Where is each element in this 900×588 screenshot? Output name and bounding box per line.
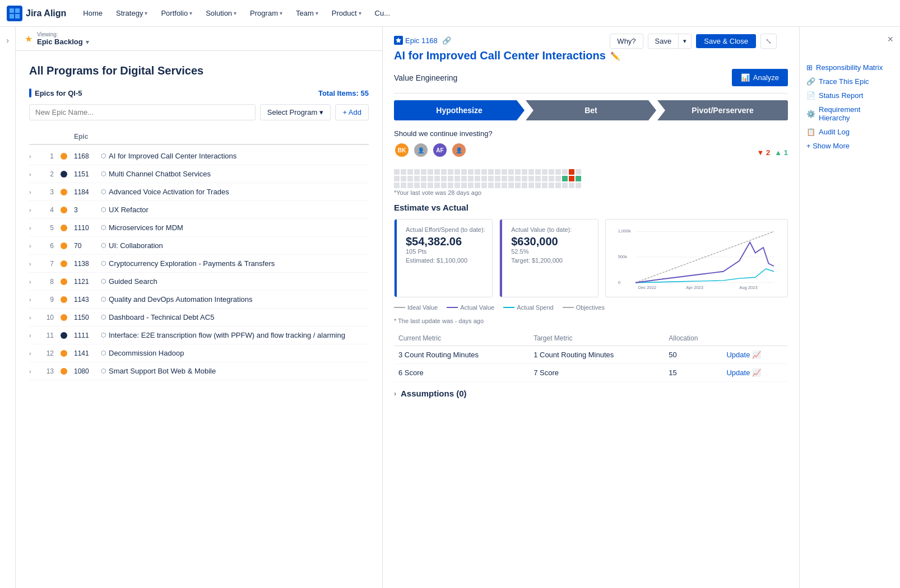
table-row[interactable]: › 13 1080 ⬡Smart Support Bot Web & Mobil… [29,362,369,380]
epic-name: ⬡Cryptocurrency Exploration - Payments &… [101,259,369,268]
vote-cell [434,176,440,181]
table-row[interactable]: › 3 1184 ⬡Advanced Voice Activation for … [29,183,369,201]
svg-rect-0 [10,8,14,13]
table-row[interactable]: › 1 1168 ⬡AI for Improved Call Center In… [29,147,369,165]
epic-name: ⬡AI for Improved Call Center Interaction… [101,152,369,160]
select-program-button[interactable]: Select Program ▾ [260,104,331,120]
table-row[interactable]: › 9 1143 ⬡Quality and DevOps Automation … [29,291,369,309]
vote-up-count[interactable]: ▲ 1 [774,148,788,157]
nav-product[interactable]: Product ▾ [326,0,367,27]
grid-icon: ⊞ [806,63,813,72]
nav-strategy[interactable]: Strategy ▾ [110,0,153,27]
expand-icon[interactable]: › [29,314,40,321]
expand-icon[interactable]: › [29,153,40,160]
table-row[interactable]: › 11 1111 ⬡Interface: E2E transcription … [29,326,369,344]
expand-icon[interactable]: › [29,332,40,339]
expand-icon[interactable]: › [29,278,40,285]
table-row[interactable]: › 8 1121 ⬡Guided Search [29,273,369,291]
sidebar-link-responsibility[interactable]: ⊞ Responsibility Matrix [806,60,893,74]
expand-icon[interactable]: › [29,207,40,213]
status-dot [61,242,67,249]
pipeline-step-bet[interactable]: Bet [526,100,656,120]
expand-icon[interactable]: › [29,368,40,375]
metrics-table: Current Metric Target Metric Allocation … [394,331,788,382]
vote-cell [448,183,453,188]
right-panel: Why? Save ▾ Save & Close ⤡ [383,27,900,588]
save-dropdown-button[interactable]: ▾ [679,34,692,49]
nav-home[interactable]: Home [77,0,108,27]
table-row[interactable]: › 10 1150 ⬡Dashboard - Technical Debt AC… [29,309,369,326]
viewing-caret-icon[interactable]: ▾ [86,39,89,45]
assumptions-toggle[interactable]: › Assumptions (0) [394,389,788,398]
value-target: Target: $1,200,000 [507,257,591,264]
epic-id-text: Epic 1168 [405,36,438,45]
epic-link-icon[interactable]: 🔗 [442,36,451,45]
analyze-button[interactable]: 📊 Analyze [732,69,788,86]
table-row[interactable]: › 5 1110 ⬡Microservices for MDM [29,219,369,237]
table-row[interactable]: › 6 70 ⬡UI: Collaboration [29,237,369,255]
update-note: * The last update was - days ago [394,318,788,324]
vote-counts: ▼ 2 ▲ 1 [757,148,788,157]
close-button[interactable]: × [887,34,893,45]
vote-cell [508,169,514,175]
pipeline-step-pivot[interactable]: Pivot/Perservere [657,100,788,120]
vote-cell [468,176,474,181]
expand-icon[interactable]: › [29,350,40,357]
epic-name: ⬡Interface: E2E transcription flow (with… [101,331,369,339]
vote-cell [461,183,467,188]
legend-ideal: Ideal Value [407,304,438,311]
expand-icon[interactable]: › [29,225,40,231]
epic-name: ⬡Guided Search [101,277,369,286]
vote-cell [502,183,507,188]
legend-objectives: Objectives [576,304,605,311]
nav-cu[interactable]: Cu... [369,0,396,27]
table-row[interactable]: › 4 3 ⬡UX Refactor [29,201,369,219]
nav-program[interactable]: Program ▾ [244,0,288,27]
vote-cell [481,176,487,181]
total-items: Total Items: 55 [318,89,369,97]
why-button[interactable]: Why? [610,34,643,49]
effort-card: Actual Effort/Spend (to date): $54,382.0… [394,219,493,297]
sidebar-toggle[interactable]: › [0,27,16,588]
sidebar-link-status[interactable]: 📄 Status Report [806,88,893,102]
pipeline-step-hypothesize[interactable]: Hypothesize [394,100,525,120]
effort-label: Actual Effort/Spend (to date): [401,226,485,233]
update-button-2[interactable]: Update [726,368,750,377]
star-icon[interactable]: ★ [25,34,33,44]
nav-team[interactable]: Team ▾ [290,0,324,27]
status-dot [61,368,67,375]
col-target-metric: Target Metric [529,331,664,346]
vote-cell [481,169,487,175]
table-row[interactable]: › 12 1141 ⬡Decommission Hadoop [29,344,369,362]
sidebar-link-show-more[interactable]: + Show More [806,139,893,153]
edit-icon[interactable]: ✏️ [610,52,620,60]
vote-cell [535,183,541,188]
expand-icon[interactable]: › [29,242,40,249]
vote-down-count[interactable]: ▼ 2 [757,148,771,157]
vote-cell [528,183,534,188]
page-title: All Programs for Digital Services [29,64,369,77]
status-dot [61,314,67,321]
vote-cell [448,169,453,175]
save-button[interactable]: Save [648,34,679,49]
expand-icon[interactable]: › [29,189,40,195]
nav-portfolio[interactable]: Portfolio ▾ [155,0,198,27]
pipeline: Hypothesize Bet Pivot/Perservere [394,100,788,120]
table-row[interactable]: › 2 1151 ⬡Multi Channel Chatbot Services [29,165,369,183]
expand-icon[interactable]: › [29,260,40,267]
expand-button[interactable]: ⤡ [760,34,777,49]
vote-cell [461,169,467,175]
sidebar-link-requirement[interactable]: ⚙️ Requirement Hierarchy [806,102,893,125]
add-epic-button[interactable]: + Add [335,104,369,120]
svg-rect-2 [10,14,14,18]
update-button-1[interactable]: Update [726,351,750,359]
save-close-button[interactable]: Save & Close [696,34,756,48]
sidebar-link-audit[interactable]: 📋 Audit Log [806,125,893,139]
new-epic-input[interactable] [29,104,256,120]
expand-icon[interactable]: › [29,171,40,178]
sidebar-link-trace[interactable]: 🔗 Trace This Epic [806,74,893,88]
table-row[interactable]: › 7 1138 ⬡Cryptocurrency Exploration - P… [29,255,369,273]
expand-icon[interactable]: › [29,296,40,303]
app-logo[interactable]: Jira Align [7,6,66,21]
nav-solution[interactable]: Solution ▾ [200,0,242,27]
